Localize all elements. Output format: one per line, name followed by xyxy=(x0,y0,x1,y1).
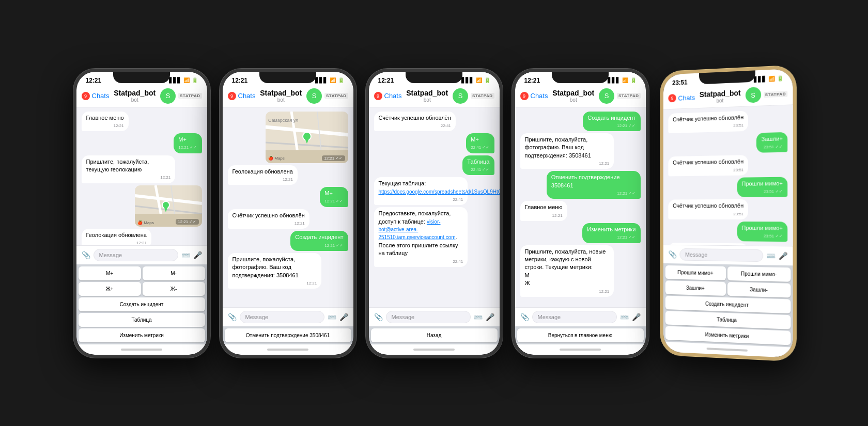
kb-btn-table-1[interactable]: Таблица xyxy=(79,313,205,327)
attach-icon-1[interactable]: 📎 xyxy=(82,251,90,259)
kb-btn-incident-1[interactable]: Создать инцидент xyxy=(79,297,205,311)
message-input-4[interactable]: Message xyxy=(532,311,617,323)
signal-icon-1: ▋▋▋ xyxy=(169,77,181,83)
home-bar-3 xyxy=(413,349,455,351)
msg-2-1: Геолокация обновлена 12:21 xyxy=(228,165,298,185)
logo-3: STATPAD xyxy=(471,93,494,99)
mic-icon-1[interactable]: 🎤 xyxy=(193,251,202,259)
bot-sub-4: bot xyxy=(548,97,599,103)
input-bar-2: 📎 Message ⌨️ 🎤 xyxy=(223,307,353,326)
battery-icon-5: 🔋 xyxy=(777,75,783,81)
time-3: 12:21 xyxy=(378,77,394,84)
time-4: 12:21 xyxy=(524,77,540,84)
msg-4-1: Создать инцидент 12:21 ✓✓ xyxy=(583,112,640,132)
back-button-3[interactable]: 9 Chats xyxy=(374,92,402,100)
badge-3: 9 xyxy=(374,92,382,100)
mic-icon-4[interactable]: 🎤 xyxy=(632,313,641,321)
msg-2-5: Пришлите, пожалуйста, фотографию. Ваш ко… xyxy=(228,253,322,289)
back-label-5: Chats xyxy=(678,93,695,102)
input-bar-1: 📎 Message ⌨️ 🎤 xyxy=(76,245,207,264)
home-indicator-1 xyxy=(76,344,207,355)
mic-icon-5[interactable]: 🎤 xyxy=(778,251,787,260)
msg-3-2: М+ 22:41 ✓✓ xyxy=(466,133,494,153)
back-label-2: Chats xyxy=(238,92,256,100)
home-bar-1 xyxy=(121,349,162,351)
mic-icon-3[interactable]: 🎤 xyxy=(486,313,494,321)
keyboard-icon-2[interactable]: ⌨️ xyxy=(328,313,336,321)
badge-5: 9 xyxy=(668,94,676,102)
msg-5-2: Зашли+ 23:51 ✓✓ xyxy=(756,132,787,153)
msg-4-4: Главное меню 12:21 xyxy=(520,201,567,221)
kb-btn-gp-1[interactable]: Ж+ xyxy=(79,282,141,296)
msg-5-1: Счётчик успешно обновлён 23:51 xyxy=(668,111,748,133)
svg-text:🍎 Maps: 🍎 Maps xyxy=(137,220,154,225)
attach-icon-2[interactable]: 📎 xyxy=(228,313,237,321)
message-input-2[interactable]: Message xyxy=(240,311,324,323)
phones-container: 12:21 ▋▋▋ 📶 🔋 9 Chats Statpad_bot bot S xyxy=(63,48,805,378)
keyboard-icon-3[interactable]: ⌨️ xyxy=(474,313,483,321)
screen-2: 12:21 ▋▋▋ 📶 🔋 9 Chats Statpad_bot bot S xyxy=(223,72,353,355)
status-icons-3: ▋▋▋ 📶 🔋 xyxy=(461,77,490,83)
kb-btn-z-plus-5[interactable]: Зашли+ xyxy=(665,280,725,296)
tg-header-3: 9 Chats Statpad_bot bot S STATPAD xyxy=(369,86,500,107)
kb-btn-pm-plus-5[interactable]: Прошли мимо+ xyxy=(665,265,725,280)
keyboard-icon-1[interactable]: ⌨️ xyxy=(181,251,190,259)
chat-area-3[interactable]: Счётчик успешно обновлён 22:41 М+ 22:41 … xyxy=(369,107,500,307)
back-button-5[interactable]: 9 Chats xyxy=(668,93,695,102)
battery-icon-4: 🔋 xyxy=(630,77,637,83)
keyboard-icon-4[interactable]: ⌨️ xyxy=(620,313,629,321)
kb-btn-pm-minus-5[interactable]: Прошли мимо- xyxy=(727,266,790,282)
status-icons-5: ▋▋▋ 📶 🔋 xyxy=(753,75,783,82)
back-label-1: Chats xyxy=(92,92,110,100)
keyboard-icon-5[interactable]: ⌨️ xyxy=(766,251,775,259)
home-bar-5 xyxy=(706,348,747,352)
back-button-1[interactable]: 9 Chats xyxy=(82,92,110,100)
kb-btn-mp-1[interactable]: М+ xyxy=(79,266,141,280)
battery-icon-3: 🔋 xyxy=(484,77,490,83)
badge-1: 9 xyxy=(82,92,90,100)
msg-4-5: Изменить метрики 12:21 ✓✓ xyxy=(582,223,640,243)
message-input-1[interactable]: Message xyxy=(94,249,178,261)
home-bar-2 xyxy=(267,349,308,351)
home-indicator-2 xyxy=(223,344,353,355)
kb-btn-mainmenu-4[interactable]: Вернуться в главное меню xyxy=(517,328,644,342)
kb-btn-gm-1[interactable]: Ж- xyxy=(143,282,205,296)
attach-icon-4[interactable]: 📎 xyxy=(520,313,529,321)
back-button-2[interactable]: 9 Chats xyxy=(228,92,256,100)
mic-icon-2[interactable]: 🎤 xyxy=(339,313,348,321)
attach-icon-3[interactable]: 📎 xyxy=(374,313,383,321)
chat-area-2[interactable]: Самарская ул 🍎 Maps 12:21 ✓✓ Геолокация … xyxy=(223,107,353,307)
kb-btn-mm-1[interactable]: М- xyxy=(143,266,205,280)
msg-1-3: Пришлите, пожалуйста, текущую геолокацию… xyxy=(82,155,176,183)
phone-2: 12:21 ▋▋▋ 📶 🔋 9 Chats Statpad_bot bot S xyxy=(220,69,357,358)
message-input-3[interactable]: Message xyxy=(386,311,471,323)
attach-icon-5[interactable]: 📎 xyxy=(668,250,676,258)
bot-name-4: Statpad_bot xyxy=(548,89,599,97)
notch-5 xyxy=(699,70,755,84)
chat-area-1[interactable]: Главное меню 12:21 М+ 12:21 ✓✓ Пришлите,… xyxy=(76,107,207,245)
keyboard-3: Назад xyxy=(369,326,500,344)
kb-btn-incident-5[interactable]: Создать инцидент xyxy=(665,295,791,313)
avatar-1: S xyxy=(160,88,176,104)
wifi-icon-3: 📶 xyxy=(476,77,482,83)
kb-btn-z-minus-5[interactable]: Зашли- xyxy=(727,282,790,297)
msg-4-3: Отменить подтверждение 3508461 12:21 ✓✓ xyxy=(547,171,641,199)
kb-btn-metrics-1[interactable]: Изменить метрики xyxy=(79,328,205,342)
kb-btn-back-3[interactable]: Назад xyxy=(371,328,498,342)
kb-btn-cancel-2[interactable]: Отменить подтверждение 3508461 xyxy=(225,328,351,342)
logo-4: STATPAD xyxy=(617,93,641,99)
message-input-5[interactable]: Message xyxy=(679,248,763,261)
battery-icon-1: 🔋 xyxy=(192,77,198,83)
svg-text:🍎 Maps: 🍎 Maps xyxy=(268,155,285,161)
bot-sub-1: bot xyxy=(109,97,160,103)
signal-icon-4: ▋▋▋ xyxy=(608,77,620,83)
home-indicator-3 xyxy=(369,344,500,355)
back-button-4[interactable]: 9 Chats xyxy=(520,92,548,100)
screen-4: 12:21 ▋▋▋ 📶 🔋 9 Chats Statpad_bot bot S xyxy=(515,72,646,355)
chat-area-5[interactable]: Счётчик успешно обновлён 23:51 Зашли+ 23… xyxy=(663,105,793,246)
bot-sub-2: bot xyxy=(255,97,306,103)
logo-1: STATPAD xyxy=(178,93,202,99)
msg-1-2: М+ 12:21 ✓✓ xyxy=(174,133,202,153)
status-icons-1: ▋▋▋ 📶 🔋 xyxy=(169,77,198,83)
chat-area-4[interactable]: Создать инцидент 12:21 ✓✓ Пришлите, пожа… xyxy=(515,107,646,307)
